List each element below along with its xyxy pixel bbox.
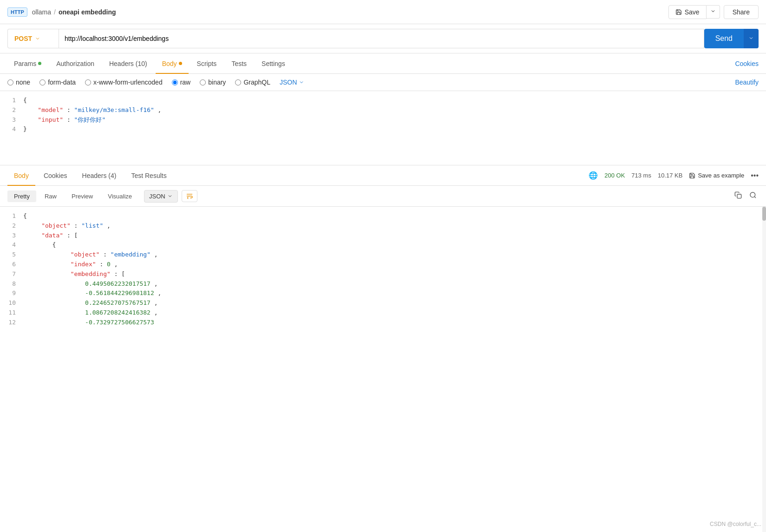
resp-line-4: 4 { (0, 240, 766, 250)
breadcrumb-parent[interactable]: ollama (32, 8, 51, 16)
method-label: POST (14, 35, 32, 42)
send-chevron-icon (748, 35, 754, 41)
breadcrumb: ollama / oneapi embedding (32, 8, 116, 16)
copy-button[interactable] (733, 190, 744, 203)
send-group: Send (704, 29, 759, 48)
resp-tab-headers[interactable]: Headers (4) (76, 165, 123, 186)
cookies-link[interactable]: Cookies (735, 60, 759, 67)
save-group: Save (668, 5, 720, 19)
wrap-button[interactable] (182, 190, 197, 202)
wrap-icon (186, 192, 193, 200)
save-icon (675, 9, 682, 15)
tab-tests[interactable]: Tests (225, 53, 253, 74)
save-example-icon (689, 172, 695, 179)
method-chevron-icon (35, 36, 40, 41)
resp-line-9: 9 -0.5618442296981812 , (0, 289, 766, 298)
top-bar-actions: Save Share (668, 5, 759, 19)
tab-authorization[interactable]: Authorization (50, 53, 101, 74)
code-line-2: 2 "model" : "milkey/m3e:small-f16" , (0, 105, 766, 115)
fmt-pretty[interactable]: Pretty (7, 190, 36, 202)
code-line-4: 4 } (0, 125, 766, 134)
send-dropdown-button[interactable] (744, 29, 759, 48)
resp-line-1: 1 { (0, 211, 766, 221)
response-actions (733, 190, 759, 203)
status-badge: 200 OK (604, 172, 625, 179)
body-dot (179, 62, 182, 65)
response-format-bar: Pretty Raw Preview Visualize JSON (0, 186, 766, 207)
tab-settings[interactable]: Settings (255, 53, 292, 74)
params-dot (38, 62, 41, 65)
resp-json-chevron-icon (167, 193, 173, 199)
beautify-button[interactable]: Beautify (735, 79, 759, 86)
svg-point-2 (750, 192, 755, 197)
url-input[interactable] (59, 29, 704, 48)
resp-line-12: 12 -0.7329727506627573 (0, 318, 766, 328)
copy-icon (734, 191, 742, 199)
resp-line-11: 11 1.0867208242416382 , (0, 308, 766, 318)
response-body: 1 { 2 "object" : "list" , 3 "data" : [ 4 (0, 207, 766, 532)
resp-line-7: 7 "embedding" : [ (0, 269, 766, 279)
resp-tab-test-results[interactable]: Test Results (124, 165, 173, 186)
json-type-selector[interactable]: JSON (280, 79, 304, 86)
save-dropdown-button[interactable] (707, 5, 720, 19)
response-json-selector[interactable]: JSON (144, 190, 178, 203)
url-bar: POST Send (0, 24, 766, 53)
fmt-visualize[interactable]: Visualize (101, 190, 138, 202)
http-badge: HTTP (7, 7, 27, 17)
code-line-1: 1 { (0, 96, 766, 105)
share-button[interactable]: Share (724, 5, 759, 19)
resp-line-5: 5 "object" : "embedding" , (0, 250, 766, 260)
radio-none[interactable]: none (7, 79, 30, 86)
send-button[interactable]: Send (704, 29, 744, 48)
tab-params[interactable]: Params (7, 53, 48, 74)
save-button[interactable]: Save (668, 5, 707, 19)
search-button[interactable] (747, 190, 759, 203)
svg-line-3 (754, 197, 756, 198)
globe-icon: 🌐 (589, 171, 598, 180)
resp-line-8: 8 0.4495062232017517 , (0, 279, 766, 289)
main-container: HTTP ollama / oneapi embedding Save Shar… (0, 0, 766, 532)
fmt-preview[interactable]: Preview (65, 190, 99, 202)
request-body-editor[interactable]: 1 { 2 "model" : "milkey/m3e:small-f16" ,… (0, 91, 766, 165)
more-options-button[interactable]: ••• (751, 171, 759, 180)
radio-graphql[interactable]: GraphQL (235, 79, 270, 86)
radio-form-data[interactable]: form-data (39, 79, 76, 86)
resp-tab-cookies[interactable]: Cookies (37, 165, 74, 186)
json-chevron-icon (299, 79, 304, 85)
radio-raw[interactable]: raw (172, 79, 191, 86)
resp-line-10: 10 0.2246527075767517 , (0, 298, 766, 308)
tab-headers[interactable]: Headers (10) (103, 53, 154, 74)
svg-rect-1 (737, 194, 741, 198)
response-tabs-bar: Body Cookies Headers (4) Test Results 🌐 … (0, 165, 766, 186)
watermark: CSDN @colorful_c... (710, 521, 761, 527)
radio-x-www[interactable]: x-www-form-urlencoded (85, 79, 163, 86)
radio-binary[interactable]: binary (200, 79, 226, 86)
search-icon (749, 191, 757, 199)
response-time: 713 ms (631, 172, 651, 179)
scrollbar-thumb[interactable] (762, 207, 766, 221)
save-example-button[interactable]: Save as example (689, 172, 744, 179)
fmt-raw[interactable]: Raw (38, 190, 63, 202)
resp-line-6: 6 "index" : 0 , (0, 260, 766, 269)
response-size: 10.17 KB (658, 172, 683, 179)
tab-body[interactable]: Body (156, 53, 189, 74)
breadcrumb-separator: / (54, 8, 56, 16)
chevron-down-icon (710, 8, 716, 14)
body-options: none form-data x-www-form-urlencoded raw… (0, 74, 766, 91)
resp-tab-body[interactable]: Body (7, 165, 35, 186)
resp-line-2: 2 "object" : "list" , (0, 221, 766, 231)
code-line-3: 3 "input" : "你好你好" (0, 115, 766, 125)
top-bar: HTTP ollama / oneapi embedding Save Shar… (0, 0, 766, 24)
response-meta: 🌐 200 OK 713 ms 10.17 KB Save as example… (589, 171, 759, 180)
breadcrumb-current: oneapi embedding (59, 8, 116, 16)
scrollbar-track[interactable] (762, 207, 766, 532)
method-selector[interactable]: POST (7, 29, 59, 48)
tab-scripts[interactable]: Scripts (190, 53, 223, 74)
resp-line-3: 3 "data" : [ (0, 231, 766, 241)
request-tabs-bar: Params Authorization Headers (10) Body S… (0, 53, 766, 74)
